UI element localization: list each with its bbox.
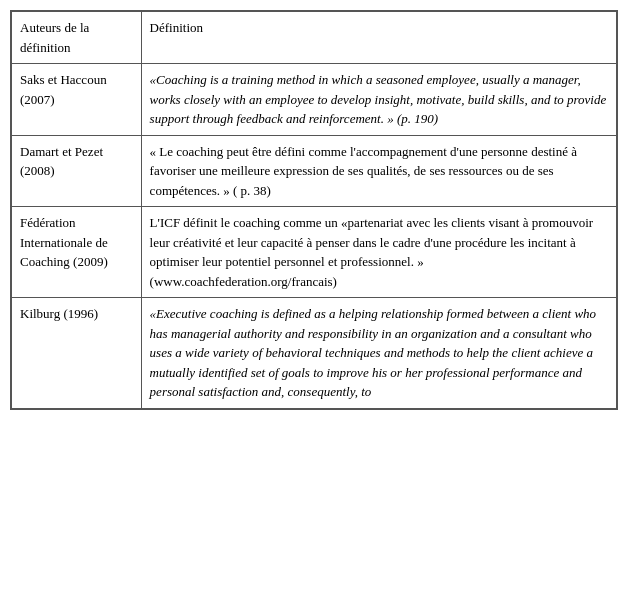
definition-cell-3: «Executive coaching is defined as a help… bbox=[141, 298, 616, 409]
author-text-2: Fédération Internationale de Coaching (2… bbox=[20, 215, 108, 269]
definition-cell-1: « Le coaching peut être défini comme l'a… bbox=[141, 135, 616, 207]
table-row: Damart et Pezet (2008) « Le coaching peu… bbox=[12, 135, 617, 207]
definition-cell-0: «Coaching is a training method in which … bbox=[141, 64, 616, 136]
author-text-1: Damart et Pezet (2008) bbox=[20, 144, 103, 179]
author-cell-1: Damart et Pezet (2008) bbox=[12, 135, 142, 207]
definition-cell-2: L'ICF définit le coaching comme un «part… bbox=[141, 207, 616, 298]
table-row: Fédération Internationale de Coaching (2… bbox=[12, 207, 617, 298]
table-row: Kilburg (1996) «Executive coaching is de… bbox=[12, 298, 617, 409]
header-author: Auteurs de la définition bbox=[12, 12, 142, 64]
main-table: Auteurs de la définition Définition Saks… bbox=[10, 10, 618, 410]
definition-text-3: «Executive coaching is defined as a help… bbox=[150, 306, 596, 399]
table-header-row: Auteurs de la définition Définition bbox=[12, 12, 617, 64]
definition-text-0: «Coaching is a training method in which … bbox=[150, 72, 607, 126]
author-text-0: Saks et Haccoun (2007) bbox=[20, 72, 107, 107]
author-cell-0: Saks et Haccoun (2007) bbox=[12, 64, 142, 136]
definition-text-1: « Le coaching peut être défini comme l'a… bbox=[150, 144, 577, 198]
author-text-3: Kilburg (1996) bbox=[20, 306, 98, 321]
table-row: Saks et Haccoun (2007) «Coaching is a tr… bbox=[12, 64, 617, 136]
header-author-label: Auteurs de la définition bbox=[20, 20, 89, 55]
definition-text-2: L'ICF définit le coaching comme un «part… bbox=[150, 215, 593, 289]
header-definition-label: Définition bbox=[150, 20, 203, 35]
author-cell-3: Kilburg (1996) bbox=[12, 298, 142, 409]
author-cell-2: Fédération Internationale de Coaching (2… bbox=[12, 207, 142, 298]
header-definition: Définition bbox=[141, 12, 616, 64]
